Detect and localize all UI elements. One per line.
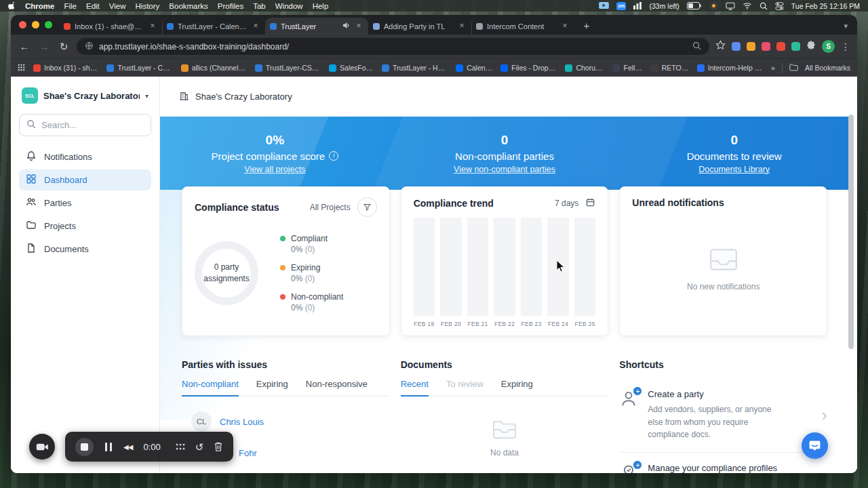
zoom-app-icon[interactable]: zm [616,2,626,10]
bookmark-item[interactable]: SalesForce [329,64,374,72]
bookmark-star-icon[interactable] [715,40,726,53]
shortcut-manage-profiles[interactable]: + Manage your compliance profiles Differ… [619,453,827,473]
menu-profiles[interactable]: Profiles [218,2,243,10]
tab-adding-party[interactable]: Adding Party in TL × [368,18,471,35]
close-tab-icon[interactable]: × [560,22,570,31]
restart-recording-button[interactable]: ↺ [195,442,204,452]
screen-mirroring-icon[interactable] [599,2,609,9]
bookmark-item[interactable]: Intercom-Help Ce.. [697,64,763,72]
all-bookmarks-label[interactable]: All Bookmarks [805,64,850,72]
url-text[interactable]: app.trustlayer.io/shae-s-sandbox-trainin… [99,42,687,52]
menu-tab[interactable]: Tab [253,2,266,10]
sidebar-item-parties[interactable]: Parties [19,192,151,214]
menu-file[interactable]: File [64,2,77,10]
extension-icon[interactable] [747,42,755,51]
bookmark-item[interactable]: RETOOL [651,64,689,72]
sidebar-item-dashboard[interactable]: Dashboard [19,169,151,190]
bookmark-item[interactable]: Calendly [456,64,492,72]
new-tab-button[interactable]: + [578,17,595,33]
apple-menu-icon[interactable] [8,1,16,10]
bookmark-item[interactable]: allics (Channel) - T.. [181,64,247,72]
sidebar-search[interactable] [19,114,151,136]
menubar-clock[interactable]: Tue Feb 25 12:16 PM [791,2,860,10]
minimize-window-button[interactable] [32,21,39,28]
spotlight-search-icon[interactable] [760,2,768,10]
pause-recording-button[interactable] [105,443,112,451]
bookmarks-overflow-button[interactable]: » [771,64,775,72]
browser-menu-icon[interactable]: ⋮ [841,41,850,52]
trend-range-label[interactable]: 7 days [555,199,578,208]
all-bookmarks-folder-icon[interactable] [789,64,798,73]
recorder-grid-icon[interactable] [176,443,185,450]
bookmark-item[interactable]: Chorus.ai [565,64,604,72]
search-input[interactable] [41,120,144,130]
apps-grid-icon[interactable] [18,64,25,73]
stats-icon[interactable] [633,2,642,9]
bookmark-item[interactable]: Files - Dropbox [500,64,557,72]
extension-icon[interactable] [732,42,741,51]
sidebar-item-projects[interactable]: Projects [19,216,151,237]
tab-to-review[interactable]: To review [446,379,484,396]
stop-recording-button[interactable] [75,438,94,456]
bookmark-item[interactable]: TrustLayer-CS Pla.. [255,64,321,72]
tab-trustlayer-active[interactable]: TrustLayer × [265,18,368,35]
delete-recording-button[interactable] [214,441,223,452]
recorder-camera-button[interactable] [29,434,55,460]
forward-button[interactable]: → [37,41,51,52]
bookmark-item[interactable]: Inbox (31) - shae.. [33,64,98,72]
view-noncompliant-parties-link[interactable]: View non-compliant parties [390,165,620,174]
tab-nonresponsive[interactable]: Non-responsive [306,379,368,396]
party-name-link[interactable]: Fohr [239,448,257,458]
view-all-projects-link[interactable]: View all projects [160,165,390,174]
mic-indicator-icon[interactable] [709,1,718,10]
documents-library-link[interactable]: Documents Library [619,165,849,174]
calendar-icon[interactable] [585,197,595,209]
close-tab-icon[interactable]: × [251,22,260,31]
close-tab-icon[interactable]: × [354,22,363,31]
menu-help[interactable]: Help [313,2,329,10]
info-icon[interactable]: i [329,151,338,161]
zoom-page-icon[interactable] [692,41,701,52]
tab-noncompliant[interactable]: Non-compliant [182,379,239,396]
menu-history[interactable]: History [136,2,160,10]
close-tab-icon[interactable]: × [148,22,157,31]
intercom-chat-button[interactable] [802,432,828,459]
shortcut-create-party[interactable]: + Create a party Add vendors, suppliers,… [619,379,827,453]
bookmark-item[interactable]: Fellow [612,64,642,72]
tab-recent[interactable]: Recent [401,379,429,396]
back-button[interactable]: ← [18,41,31,52]
tab-calendar[interactable]: TrustLayer - Calendar - Week × [162,18,265,35]
sidebar-item-documents[interactable]: Documents [19,239,151,260]
site-info-icon[interactable] [85,41,94,52]
close-tab-icon[interactable]: × [457,22,467,31]
workspace-switcher[interactable]: SCL Shae's Crazy Laboratory ▾ [19,86,151,105]
menu-view[interactable]: View [109,2,126,10]
bookmark-item[interactable]: TrustLayer - Calen.. [106,64,172,72]
tab-expiring[interactable]: Expiring [256,379,288,396]
extensions-puzzle-icon[interactable] [806,41,816,53]
party-name-link[interactable]: Chris Louis [220,417,264,427]
extension-icon[interactable] [762,42,770,51]
extension-icon[interactable] [791,42,800,51]
tab-inbox[interactable]: Inbox (1) - shae@trustlayer.io × [59,18,162,35]
profile-avatar[interactable]: S [822,40,835,53]
bookmark-item[interactable]: TrustLayer - Home [382,64,448,72]
tab-doc-expiring[interactable]: Expiring [501,379,533,396]
close-window-button[interactable] [19,21,26,28]
menubar-app-name[interactable]: Chrome [25,2,54,10]
tab-audio-icon[interactable] [342,22,350,30]
reload-button[interactable]: ↻ [57,41,71,53]
sidebar-item-notifications[interactable]: Notifications [19,146,151,167]
address-bar[interactable]: app.trustlayer.io/shae-s-sandbox-trainin… [77,38,709,55]
battery-icon[interactable] [687,2,702,9]
menu-bookmarks[interactable]: Bookmarks [169,2,208,10]
filter-button[interactable] [357,197,377,217]
control-center-icon[interactable] [775,2,784,10]
menu-window[interactable]: Window [275,2,303,10]
display-icon[interactable] [726,2,735,10]
projects-filter-label[interactable]: All Projects [310,203,351,212]
page-scrollbar[interactable] [848,115,854,349]
window-menu-chevron-icon[interactable]: ▾ [844,22,852,35]
rewind-button[interactable]: ◀◀ [123,443,132,451]
wifi-icon[interactable] [743,2,752,9]
